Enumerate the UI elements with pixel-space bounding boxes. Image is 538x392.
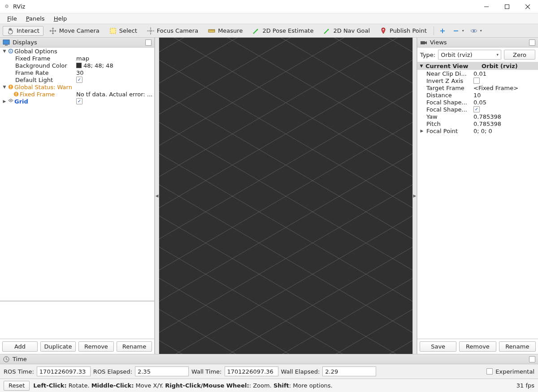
near-clip-label[interactable]: Near Clip Di...: [426, 70, 473, 77]
time-panel-close-box[interactable]: [529, 356, 535, 362]
svg-rect-30: [10, 88, 11, 89]
menu-file[interactable]: File: [3, 14, 22, 23]
select-icon: [109, 27, 117, 34]
fixed-frame-value[interactable]: map: [76, 55, 152, 62]
duplicate-display-button[interactable]: Duplicate: [40, 341, 76, 352]
camera-icon: [420, 39, 427, 46]
time-panel: Time ROS Time: ROS Elapsed: Wall Time: W…: [0, 354, 538, 379]
target-frame-label[interactable]: Target Frame: [426, 85, 473, 91]
displays-panel-close-box[interactable]: [145, 39, 152, 46]
time-panel-header[interactable]: Time: [0, 354, 538, 364]
save-view-button[interactable]: Save: [420, 341, 456, 352]
tool-remove-display[interactable]: ▾: [450, 26, 466, 36]
toolbar-separator: [434, 26, 434, 35]
tool-interact[interactable]: Interact: [3, 26, 43, 36]
left-splitter[interactable]: ◀: [155, 38, 159, 354]
ros-elapsed-field[interactable]: [135, 366, 189, 376]
frame-rate-label[interactable]: Frame Rate: [2, 69, 48, 76]
global-options-label[interactable]: Global Options: [14, 48, 57, 55]
display-description: [0, 301, 154, 339]
target-frame-value[interactable]: <Fixed Frame>: [473, 85, 538, 91]
views-panel-close-box[interactable]: [529, 39, 535, 46]
experimental-label: Experimental: [495, 368, 534, 375]
tool-move-camera[interactable]: Move Camera: [45, 26, 104, 36]
minimize-button[interactable]: [476, 0, 497, 13]
status-bar: Reset Left-Click: Rotate. Middle-Click: …: [0, 379, 538, 392]
distance-label[interactable]: Distance: [426, 92, 473, 99]
grid-icon: [7, 98, 14, 104]
svg-rect-36: [159, 38, 412, 354]
focal-shape-fixed-checkbox[interactable]: [473, 106, 480, 112]
focal-point-value[interactable]: 0; 0; 0: [473, 128, 538, 134]
invert-z-checkbox[interactable]: [473, 78, 480, 84]
menu-panels[interactable]: Panels: [22, 14, 49, 23]
views-panel-header[interactable]: Views: [417, 38, 538, 47]
views-zero-button[interactable]: Zero: [504, 50, 535, 60]
focal-point-label[interactable]: Focal Point: [426, 128, 473, 134]
fixed-frame-label[interactable]: Fixed Frame: [2, 55, 50, 62]
wall-time-field[interactable]: [225, 366, 278, 376]
displays-panel-title: Displays: [13, 39, 37, 46]
tool-focus-camera[interactable]: Focus Camera: [143, 26, 202, 36]
right-splitter[interactable]: ▶: [412, 38, 417, 354]
tool-2d-pose-estimate[interactable]: 2D Pose Estimate: [248, 26, 317, 36]
add-display-button[interactable]: Add: [2, 341, 38, 352]
focal-shape-fixed-label[interactable]: Focal Shape...: [426, 106, 473, 113]
close-button[interactable]: [517, 0, 538, 13]
invert-z-label[interactable]: Invert Z Axis: [426, 78, 473, 84]
rename-display-button[interactable]: Rename: [117, 341, 152, 352]
distance-value[interactable]: 10: [473, 92, 538, 99]
reset-button[interactable]: Reset: [4, 381, 30, 391]
pitch-label[interactable]: Pitch: [426, 121, 473, 127]
grid-label[interactable]: Grid: [14, 98, 28, 105]
rename-view-button[interactable]: Rename: [499, 341, 536, 352]
menu-help[interactable]: Help: [49, 14, 72, 23]
pitch-value[interactable]: 0.785398: [473, 121, 538, 127]
tool-measure-label: Measure: [218, 27, 243, 34]
svg-point-23: [473, 30, 475, 32]
gear-icon: [7, 48, 14, 54]
tool-measure[interactable]: Measure: [204, 26, 247, 36]
experimental-checkbox[interactable]: [486, 368, 493, 375]
minus-icon: [452, 27, 460, 34]
grid-checkbox[interactable]: [76, 98, 82, 104]
near-clip-value[interactable]: 0.01: [473, 70, 538, 77]
frame-rate-value[interactable]: 30: [76, 69, 152, 76]
svg-point-19: [383, 29, 384, 30]
remove-display-button[interactable]: Remove: [78, 341, 114, 352]
status-fixed-frame-value: No tf data. Actual error: ...: [76, 91, 152, 98]
tool-publish-point[interactable]: Publish Point: [376, 26, 431, 36]
displays-tree[interactable]: ▼ Global Options Fixed Frame map Backgro…: [0, 47, 154, 301]
background-color-value[interactable]: 48; 48; 48: [76, 62, 152, 69]
maximize-button[interactable]: [497, 0, 517, 13]
views-tree[interactable]: ▼ Current View Orbit (rviz) Near Clip Di…: [417, 62, 538, 339]
focus-camera-icon: [147, 27, 154, 34]
current-view-label[interactable]: Current View: [425, 63, 482, 69]
views-type-label: Type:: [420, 52, 435, 58]
global-status-label[interactable]: Global Status: Warn: [14, 84, 72, 90]
tool-select[interactable]: Select: [105, 26, 141, 36]
displays-panel-header[interactable]: Displays: [0, 38, 154, 47]
hand-icon: [7, 27, 14, 34]
focal-shape-size-value[interactable]: 0.05: [473, 99, 538, 106]
time-panel-title: Time: [13, 356, 27, 362]
ros-time-field[interactable]: [37, 366, 91, 376]
tool-publish-point-label: Publish Point: [390, 27, 427, 34]
wall-elapsed-field[interactable]: [322, 366, 376, 376]
yaw-value[interactable]: 0.785398: [473, 113, 538, 120]
yaw-label[interactable]: Yaw: [426, 113, 473, 120]
tool-2d-nav-goal-label: 2D Nav Goal: [333, 27, 370, 34]
status-fixed-frame-label[interactable]: Fixed Frame: [20, 91, 55, 98]
color-swatch: [76, 63, 82, 68]
3d-viewport[interactable]: [159, 38, 412, 354]
views-type-combo[interactable]: Orbit (rviz)▾: [438, 50, 501, 60]
remove-view-button[interactable]: Remove: [459, 341, 496, 352]
tool-visibility[interactable]: ▾: [468, 26, 484, 36]
tool-add-display[interactable]: [437, 26, 448, 36]
default-light-checkbox[interactable]: [76, 77, 82, 83]
default-light-label[interactable]: Default Light: [2, 77, 53, 83]
background-color-label[interactable]: Background Color: [2, 62, 67, 69]
app-icon: ⚙: [3, 3, 11, 11]
focal-shape-size-label[interactable]: Focal Shape...: [426, 99, 473, 106]
tool-2d-nav-goal[interactable]: 2D Nav Goal: [319, 26, 374, 36]
